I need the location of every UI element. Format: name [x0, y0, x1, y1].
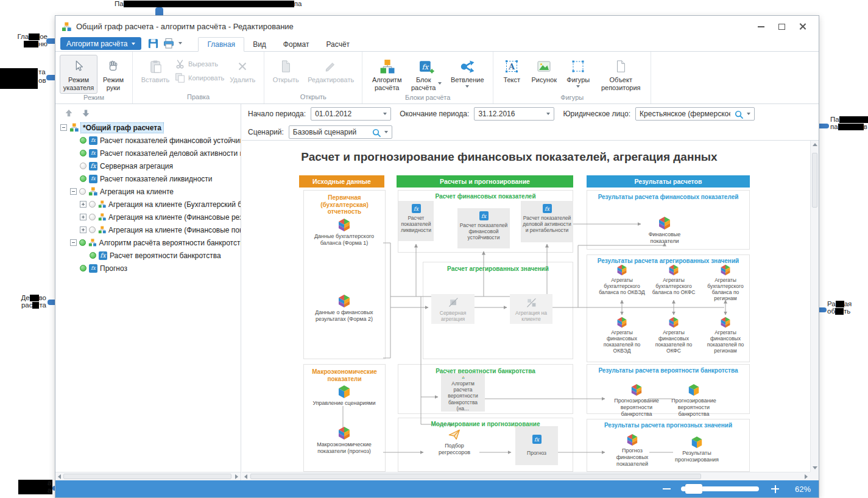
zoom-slider-handle[interactable] [685, 484, 702, 494]
canvas-vscrollbar[interactable] [810, 141, 819, 472]
expand-icon[interactable] [80, 226, 86, 233]
minimize-button[interactable] [750, 20, 771, 33]
zoom-slider[interactable] [681, 486, 759, 491]
tree-item[interactable]: Расчет показателей деловой активности и … [55, 147, 241, 160]
hand-mode-button[interactable]: Режим руки [99, 55, 128, 94]
maximize-button[interactable] [771, 20, 792, 33]
data-node[interactable]: Данные бухгалтерского баланса (Форма 1) [314, 218, 375, 247]
tree-item[interactable]: Агрегация на клиенте (Финансовые результ… [55, 211, 241, 223]
legal-entity-label: Юридическое лицо: [563, 110, 630, 118]
algorithm-block[interactable]: Алгоритм расчета вероятности банкротства… [441, 373, 485, 412]
collapse-icon[interactable] [60, 124, 67, 131]
tree-item[interactable]: Агрегация на клиенте (Финансовые показат… [55, 223, 241, 236]
tab-calc[interactable]: Расчёт [317, 38, 358, 51]
fx-block-icon [419, 57, 434, 75]
repository-object-button[interactable]: Объект репозитория [595, 55, 646, 94]
print-button[interactable] [163, 37, 175, 49]
tree-item[interactable]: Серверная агрегация [55, 160, 241, 172]
expand-icon[interactable] [80, 214, 86, 220]
result-node[interactable]: Агрегаты бухгалтерского баланса по ОКВЭД [596, 264, 647, 295]
collapse-icon[interactable] [70, 188, 77, 195]
text-icon [504, 57, 519, 75]
cut-button[interactable]: Вырезать [175, 58, 224, 69]
legal-entity-combo[interactable]: Крестьянское (фермерское) хозяй [635, 107, 755, 121]
scroll-up-icon [813, 143, 817, 146]
result-node[interactable]: Прогнозирование вероятности банкротства [612, 384, 662, 417]
move-up-button[interactable] [64, 108, 74, 117]
zoom-level: 62% [795, 485, 811, 494]
save-button[interactable] [147, 38, 159, 49]
callout-main-menu: Глаое ню [11, 33, 48, 47]
ribbon-group-shapes: Текст Рисунок Фигуры Объект репозитория [493, 52, 651, 103]
tab-format[interactable]: Формат [275, 38, 318, 51]
picture-button[interactable]: Рисунок [527, 55, 561, 86]
result-node[interactable]: Результаты прогнозирования [672, 436, 721, 463]
tree-hscrollbar[interactable] [55, 472, 241, 480]
text-button[interactable]: Текст [498, 55, 526, 86]
result-node[interactable]: Агрегаты бухгалтерского баланса по регио… [700, 264, 751, 301]
search-icon[interactable] [372, 128, 381, 137]
calc-block[interactable]: Расчет показателей ликвидности [398, 201, 434, 241]
close-button[interactable] [792, 20, 813, 33]
result-node[interactable]: Агрегаты финансовых показателей по ОКВЭД [596, 317, 647, 354]
fx-icon [89, 264, 97, 273]
end-period-combo[interactable]: 31.12.2016 [474, 107, 554, 121]
callout-status: а а [48, 479, 51, 494]
zoom-out-button[interactable] [663, 488, 671, 489]
zoom-in-button[interactable] [771, 485, 779, 493]
tree-item[interactable]: Агрегация на клиенте [55, 185, 241, 198]
scroll-thumb[interactable] [63, 474, 231, 479]
tab-view[interactable]: Вид [244, 38, 275, 51]
data-node[interactable]: Управление сценариями [306, 385, 382, 407]
result-node[interactable]: Прогноз финансовых показателей [608, 433, 657, 467]
paste-button[interactable]: Вставить [137, 55, 174, 86]
fx-icon [543, 204, 552, 213]
tree-item[interactable]: Прогноз [55, 262, 241, 275]
collapse-icon[interactable] [70, 239, 77, 246]
expand-icon[interactable] [80, 201, 86, 208]
scroll-thumb[interactable] [250, 474, 701, 479]
branching-button[interactable]: Ветвление [446, 55, 489, 89]
tree-item[interactable]: *Общий граф расчета [55, 121, 241, 134]
calc-block[interactable]: Расчет показателей финансовой устойчивос… [457, 208, 510, 248]
result-node[interactable]: Агрегаты финансовых показателей по ОКФС [648, 317, 699, 354]
regressor-node[interactable]: Подбор регрессоров [430, 428, 479, 456]
group-label-blocks: Блоки расчёта [362, 94, 493, 103]
shapes-button[interactable]: Фигуры [562, 55, 594, 89]
result-node[interactable]: Агрегаты финансовых показателей по регио… [700, 317, 751, 354]
app-menu-button[interactable]: Алгоритм расчёта [60, 37, 141, 50]
result-node[interactable]: Прогнозирование вероятности банкротства [669, 384, 719, 417]
data-node[interactable]: Макроэкономические показатели (прогноз) [306, 426, 382, 455]
tab-home[interactable]: Главная [198, 37, 244, 52]
move-down-button[interactable] [81, 108, 91, 117]
section-title: Расчет финансовых показателей [398, 193, 573, 200]
algorithm-button[interactable]: Алгоритм расчёта [367, 55, 407, 94]
scenario-combo[interactable]: Базовый сценарий [289, 125, 392, 139]
start-period-combo[interactable]: 01.01.2012 [311, 107, 391, 121]
result-node[interactable]: Финансовые показатели [640, 216, 689, 245]
edit-button[interactable]: Редактировать [304, 55, 358, 86]
pointer-mode-button[interactable]: Режим указателя [60, 55, 97, 94]
tree-item[interactable]: Алгоритм расчёта вероятности банкротства… [55, 236, 241, 249]
result-node[interactable]: Агрегаты бухгалтерского баланса по ОКФС [648, 264, 699, 295]
tree-item[interactable]: Агрегация на клиенте (Бухгалтерский бала… [55, 198, 241, 211]
calc-block[interactable]: Расчет показателей деловой активности и … [521, 201, 573, 242]
tree-item[interactable]: Расчет показателей ликвидности [55, 172, 241, 185]
delete-button[interactable]: Удалить [225, 55, 259, 86]
tree-item[interactable]: Расчет вероятности банкротства [55, 249, 241, 262]
canvas-hscrollbar[interactable] [242, 472, 810, 480]
quick-access-dropdown[interactable] [178, 42, 182, 44]
scroll-thumb[interactable] [812, 153, 817, 208]
calc-block-disabled[interactable]: Агрегация на клиенте [510, 294, 552, 324]
status-green-icon [90, 252, 96, 259]
client-aggregation-icon [526, 297, 537, 308]
data-node[interactable]: Данные о финансовых результатах (Форма 2… [314, 294, 375, 323]
open-button[interactable]: Открыть [269, 55, 303, 86]
search-icon[interactable] [734, 110, 743, 119]
calc-block[interactable]: Прогноз [515, 426, 558, 465]
tree-item[interactable]: Расчет показателей финансовой устойчивос… [55, 134, 241, 147]
copy-button[interactable]: Копировать [175, 72, 224, 83]
chevron-down-icon [132, 43, 135, 45]
calc-block-disabled[interactable]: Серверная агрегация [431, 294, 475, 324]
calc-block-button[interactable]: Блок расчёта [408, 55, 445, 94]
